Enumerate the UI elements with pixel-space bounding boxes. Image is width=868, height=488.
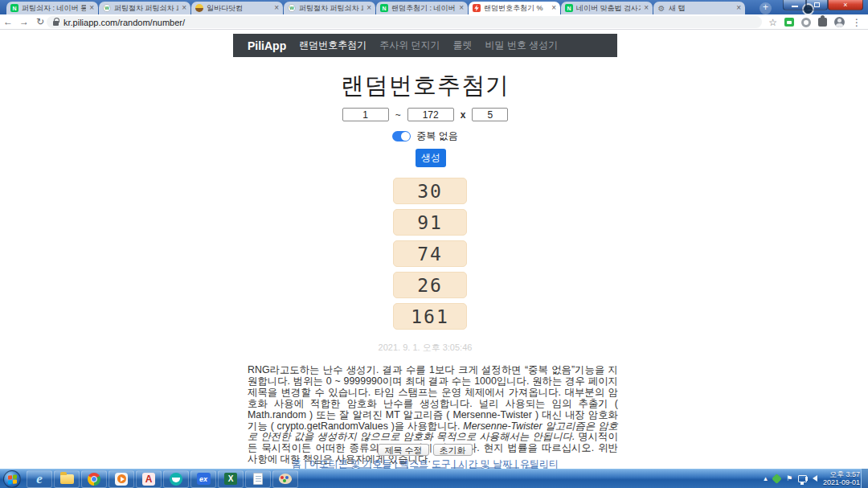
new-tab-button[interactable]: + bbox=[760, 2, 772, 14]
tray-green-app-icon[interactable] bbox=[772, 474, 782, 484]
tab-title: 퍼팅절차 퍼팅쇠차 퍼터피 bbox=[114, 3, 178, 14]
nav-item-password[interactable]: 비밀 번호 생성기 bbox=[485, 39, 559, 52]
screen: N 퍼팅쇠자 : 네이버 통합검색 × W 퍼팅절차 퍼팅쇠차 퍼터피 × 일바… bbox=[0, 0, 868, 488]
taskbar-media-player[interactable] bbox=[108, 470, 134, 488]
system-tray: ▴ ⚑ 오후 3:57 2021-09-01 bbox=[764, 469, 860, 488]
tab-new-tab[interactable]: ⚙ 새 탭 × bbox=[653, 2, 745, 14]
naver-icon: N bbox=[380, 4, 388, 12]
link-separator: | bbox=[304, 458, 306, 470]
taskbar-chrome[interactable] bbox=[81, 470, 107, 488]
taskbar-paint[interactable] bbox=[272, 470, 298, 488]
minimize-button[interactable] bbox=[783, 0, 806, 10]
extension-green-icon[interactable] bbox=[784, 18, 794, 27]
whale-browser-icon bbox=[169, 472, 183, 486]
tab-blog-2[interactable]: W 퍼팅절차 퍼팅쇠차 퍼터피 × bbox=[284, 2, 375, 14]
tab-blog-1[interactable]: W 퍼팅절차 퍼팅쇠차 퍼터피 × bbox=[99, 2, 190, 14]
internet-explorer-icon: e bbox=[32, 472, 47, 486]
show-desktop-button[interactable] bbox=[861, 469, 868, 488]
max-input[interactable] bbox=[407, 108, 454, 121]
taskbar-excel[interactable]: X bbox=[218, 470, 244, 488]
reload-icon[interactable]: ↻ bbox=[32, 16, 48, 27]
naver-icon: N bbox=[565, 4, 573, 12]
piliapp-icon bbox=[473, 4, 481, 12]
taskbar-clock[interactable]: 오후 3:57 2021-09-01 bbox=[823, 470, 860, 486]
gear-icon: ⚙ bbox=[657, 4, 665, 12]
tab-title: 새 탭 bbox=[669, 3, 733, 14]
tab-close-icon[interactable]: × bbox=[551, 4, 556, 12]
close-button[interactable]: × bbox=[828, 0, 863, 10]
min-input[interactable] bbox=[342, 108, 389, 121]
maximize-button[interactable] bbox=[806, 0, 828, 10]
tab-strip: N 퍼팅쇠자 : 네이버 통합검색 × W 퍼팅절차 퍼팅쇠차 퍼터피 × 일바… bbox=[6, 2, 746, 14]
taskbar: e A ex X bbox=[0, 469, 868, 488]
start-button[interactable] bbox=[3, 470, 21, 488]
nav-item-dice[interactable]: 주사위 던지기 bbox=[379, 39, 440, 52]
tab-piliapp-active[interactable]: 랜덤번호추첨기 % × bbox=[469, 2, 560, 14]
ilbada-icon bbox=[195, 4, 203, 12]
tab-title: 랜덤번호추첨기 % bbox=[484, 3, 548, 14]
tab-close-icon[interactable]: × bbox=[459, 4, 464, 12]
tab-close-icon[interactable]: × bbox=[736, 4, 741, 12]
url-text[interactable]: kr.piliapp.com/random/number/ bbox=[63, 18, 185, 27]
taskbar-ie[interactable]: e bbox=[27, 470, 52, 488]
tab-title: 랜덤추첨기 : 네이버 통합 bbox=[391, 3, 456, 14]
tab-close-icon[interactable]: × bbox=[274, 4, 279, 12]
nav-item-random-number[interactable]: 랜덤번호추첨기 bbox=[299, 39, 366, 52]
windows-flag-icon bbox=[8, 474, 17, 484]
tab-naver-search-2[interactable]: N 랜덤추첨기 : 네이버 통합 × bbox=[376, 2, 468, 14]
tab-close-icon[interactable]: × bbox=[182, 4, 186, 12]
results-list: 30 91 74 26 161 bbox=[393, 178, 467, 330]
extension-circle-icon[interactable] bbox=[801, 18, 811, 27]
page-content: PiliApp 랜덤번호추첨기 주사위 던지기 룰렛 비밀 번호 생성기 랜덤번… bbox=[0, 30, 868, 469]
tab-naver-spellcheck[interactable]: N 네이버 맞춤법 검사기 : 네 × bbox=[561, 2, 653, 14]
bookmark-star-icon[interactable]: ☆ bbox=[768, 17, 777, 28]
tilde-separator: ~ bbox=[395, 109, 401, 121]
times-separator: x bbox=[461, 109, 466, 121]
back-icon[interactable]: ← bbox=[0, 16, 16, 27]
tab-close-icon[interactable]: × bbox=[89, 4, 94, 12]
tab-naver-search-1[interactable]: N 퍼팅쇠자 : 네이버 통합검색 × bbox=[6, 2, 98, 14]
generation-timestamp: 2021. 9. 1. 오후 3:05:46 bbox=[233, 342, 617, 354]
site-brand[interactable]: PiliApp bbox=[248, 39, 286, 52]
result-number: 30 bbox=[393, 178, 467, 204]
result-number: 161 bbox=[393, 303, 467, 330]
taskbar-ex-app[interactable]: ex bbox=[190, 470, 216, 488]
browser-toolbar: ← → ↻ kr.piliapp.com/random/number/ ☆ ⋮ bbox=[0, 14, 868, 30]
site-navbar: PiliApp 랜덤번호추첨기 주사위 던지기 룰렛 비밀 번호 생성기 bbox=[233, 34, 617, 57]
generate-button[interactable]: 생성 bbox=[416, 149, 446, 167]
tab-title: 일바다닷컴 bbox=[207, 3, 271, 14]
window-controls: × bbox=[783, 0, 863, 10]
clock-time: 오후 3:57 bbox=[823, 470, 860, 478]
footer-link-home[interactable]: 홈 bbox=[292, 458, 301, 470]
taskbar-notepad[interactable] bbox=[245, 470, 271, 488]
count-input[interactable] bbox=[472, 108, 508, 121]
address-bar[interactable]: kr.piliapp.com/random/number/ bbox=[47, 16, 762, 28]
nav-item-roulette[interactable]: 룰렛 bbox=[453, 39, 473, 52]
range-form: ~ x bbox=[233, 108, 617, 121]
action-center-flag-icon[interactable]: ⚑ bbox=[786, 474, 792, 482]
no-duplicates-row: 중복 없음 bbox=[233, 129, 617, 143]
taskbar-whale[interactable] bbox=[163, 470, 189, 488]
tab-close-icon[interactable]: × bbox=[366, 4, 371, 12]
taskbar-autocad[interactable]: A bbox=[136, 470, 162, 488]
result-number: 26 bbox=[393, 272, 467, 298]
taskbar-explorer[interactable] bbox=[54, 470, 80, 488]
result-number: 74 bbox=[393, 240, 467, 267]
edit-title-button[interactable]: 제목 수정 bbox=[378, 444, 428, 456]
volume-icon[interactable] bbox=[813, 475, 817, 482]
profile-avatar-icon[interactable] bbox=[834, 17, 845, 27]
forward-icon[interactable]: → bbox=[16, 16, 32, 27]
clock-date: 2021-09-01 bbox=[823, 478, 860, 486]
no-duplicates-toggle[interactable] bbox=[392, 131, 411, 141]
excel-icon: X bbox=[223, 472, 238, 486]
tray-expand-icon[interactable]: ▴ bbox=[764, 474, 768, 482]
ex-app-icon: ex bbox=[196, 472, 211, 486]
window-titlebar: N 퍼팅쇠자 : 네이버 통합검색 × W 퍼팅절차 퍼팅쇠차 퍼터피 × 일바… bbox=[0, 0, 868, 14]
lock-icon[interactable] bbox=[53, 21, 59, 26]
tab-close-icon[interactable]: × bbox=[644, 4, 649, 12]
chrome-menu-icon[interactable]: ⋮ bbox=[852, 17, 862, 28]
tab-ilbada[interactable]: 일바다닷컴 × bbox=[191, 2, 283, 14]
folder-icon bbox=[59, 472, 74, 486]
reset-button[interactable]: 초기화 bbox=[433, 444, 473, 456]
extensions-puzzle-icon[interactable] bbox=[818, 18, 827, 27]
